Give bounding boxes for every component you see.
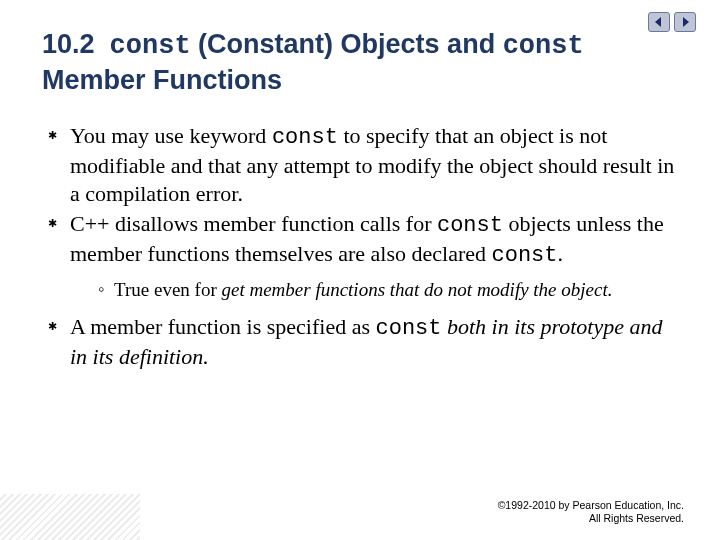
- bullet-2-text-pre: C++ disallows member function calls for: [70, 211, 437, 236]
- bullet-2-code2: const: [492, 243, 558, 268]
- bullet-3: A member function is specified as const …: [48, 313, 678, 371]
- bullet-list: You may use keyword const to specify tha…: [48, 122, 678, 372]
- copyright-line-1: ©1992-2010 by Pearson Education, Inc.: [498, 499, 684, 513]
- svg-marker-0: [655, 17, 661, 27]
- bullet-2-sub-pre: True even for: [114, 279, 221, 300]
- title-section-number: 10.2: [42, 29, 95, 59]
- arrow-left-icon: [653, 16, 665, 28]
- nav-buttons: [648, 12, 696, 32]
- slide: 10.2 const (Constant) Objects and const …: [0, 0, 720, 540]
- bullet-2-code: const: [437, 213, 503, 238]
- bullet-2-sub-italic: get member functions that do not modify …: [221, 279, 612, 300]
- arrow-right-icon: [679, 16, 691, 28]
- title-part-1: (Constant) Objects and: [198, 29, 495, 59]
- corner-decoration: [0, 494, 140, 540]
- slide-title: 10.2 const (Constant) Objects and const …: [42, 28, 678, 98]
- next-button[interactable]: [674, 12, 696, 32]
- bullet-3-code: const: [375, 316, 441, 341]
- bullet-2-sub-1: True even for get member functions that …: [98, 278, 678, 303]
- bullet-1-code: const: [272, 125, 338, 150]
- copyright-footer: ©1992-2010 by Pearson Education, Inc. Al…: [498, 499, 684, 526]
- bullet-2-sublist: True even for get member functions that …: [98, 278, 678, 303]
- bullet-2-text-post: .: [558, 241, 564, 266]
- title-part-2: Member Functions: [42, 65, 282, 95]
- bullet-1-text-pre: You may use keyword: [70, 123, 272, 148]
- prev-button[interactable]: [648, 12, 670, 32]
- bullet-1: You may use keyword const to specify tha…: [48, 122, 678, 208]
- title-code-2: const: [503, 31, 584, 61]
- copyright-line-2: All Rights Reserved.: [498, 512, 684, 526]
- svg-marker-1: [683, 17, 689, 27]
- bullet-2: C++ disallows member function calls for …: [48, 210, 678, 303]
- title-code-1: const: [110, 31, 191, 61]
- bullet-3-text-pre: A member function is specified as: [70, 314, 375, 339]
